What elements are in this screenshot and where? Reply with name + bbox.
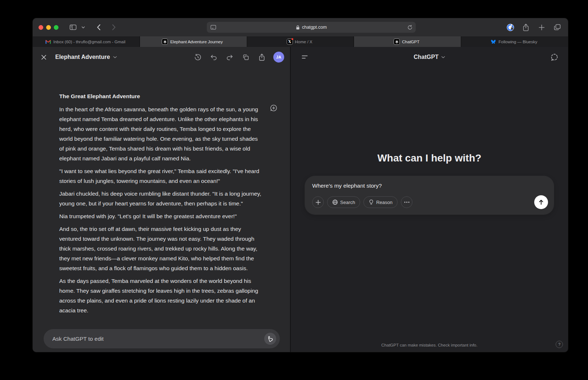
model-switcher[interactable]: ChatGPT: [291, 47, 568, 67]
chatgpt-icon: [162, 39, 168, 44]
composer-actions: Search Reason: [312, 195, 548, 209]
browser-tab[interactable]: Inbox (60) - thruflo@gmail.com - Gmail: [33, 36, 140, 47]
avatar[interactable]: JA: [273, 52, 284, 63]
close-window-button[interactable]: [39, 25, 43, 30]
document[interactable]: The Great Elephant Adventure In the hear…: [33, 67, 270, 318]
chat-composer[interactable]: Where's my elephant story?: [305, 176, 554, 215]
chevron-down-icon: [113, 56, 117, 59]
redo-button[interactable]: [225, 52, 235, 62]
url-text: chatgpt.com: [302, 25, 327, 30]
redo-icon: [226, 54, 233, 60]
sidebar-button[interactable]: [68, 22, 78, 32]
bluesky-icon: [491, 39, 496, 44]
gmail-icon: [45, 40, 51, 44]
page-settings-icon[interactable]: [210, 25, 216, 30]
canvas-panel: Elephant Adventure: [33, 47, 291, 352]
tab-title: Inbox (60) - thruflo@gmail.com - Gmail: [53, 40, 127, 44]
lightbulb-icon: [368, 199, 374, 205]
composer-input[interactable]: Where's my elephant story?: [312, 182, 548, 195]
tab-title: Home / X: [295, 40, 314, 44]
address-bar[interactable]: chatgpt.com: [207, 22, 416, 33]
new-tab-button[interactable]: [536, 22, 547, 32]
chevron-down-icon: [81, 26, 85, 29]
search-button[interactable]: Search: [327, 196, 360, 208]
edit-pencil-icon: [267, 336, 273, 342]
canvas-edit-bar[interactable]: Ask ChatGPT to edit: [44, 329, 280, 348]
story-paragraph: Nia trumpeted with joy. "Let's go! It wi…: [59, 211, 263, 221]
chevron-down-icon: [441, 56, 445, 59]
tab-title: Elephant Adventure Journey: [170, 40, 224, 44]
edit-input[interactable]: Ask ChatGPT to edit: [52, 336, 264, 342]
tab-title: Following — Bluesky: [499, 40, 539, 44]
canvas-actions: JA: [193, 52, 284, 63]
page-content: Elephant Adventure: [33, 47, 568, 352]
zoom-window-button[interactable]: [54, 25, 59, 30]
story-paragraph: "I want to see what lies beyond the grea…: [59, 166, 263, 186]
story-paragraph: In the heart of the African savanna, ben…: [59, 104, 263, 163]
x-icon: 𝕏: [287, 39, 293, 44]
send-button[interactable]: [534, 195, 548, 209]
edit-submit-button[interactable]: [264, 333, 276, 345]
close-icon: [41, 55, 47, 60]
globe-icon: [332, 199, 338, 205]
browser-tab[interactable]: 𝕏 Home / X: [247, 36, 354, 47]
more-options-button[interactable]: [401, 196, 412, 208]
share-icon: [258, 53, 265, 61]
reload-icon: [407, 25, 412, 30]
share-canvas-button[interactable]: [257, 52, 267, 62]
reload-button[interactable]: [407, 25, 412, 30]
temporary-chat-icon: [550, 53, 559, 61]
search-label: Search: [340, 200, 355, 205]
help-button[interactable]: ?: [556, 341, 563, 348]
chatgpt-icon: [394, 39, 399, 44]
forward-button[interactable]: [109, 22, 119, 32]
history-icon: [194, 53, 202, 61]
privacy-extension-button[interactable]: [505, 22, 515, 32]
chat-panel: ChatGPT What can I help with?: [291, 47, 568, 352]
send-arrow-icon: [538, 199, 544, 205]
temporary-chat-button[interactable]: [549, 52, 559, 62]
tab-overview-button[interactable]: [552, 22, 562, 32]
add-comment-button[interactable]: [270, 104, 278, 112]
back-icon: [97, 24, 101, 31]
tab-overview-icon: [554, 24, 561, 31]
notification-dot: [291, 38, 293, 40]
close-canvas-button[interactable]: [39, 52, 49, 62]
browser-tab[interactable]: Following — Bluesky: [461, 36, 568, 47]
toggle-sidebar-button[interactable]: [299, 52, 310, 62]
chat-footer: ChatGPT can make mistakes. Check importa…: [291, 338, 568, 352]
disclaimer-text: ChatGPT can make mistakes. Check importa…: [381, 343, 477, 347]
comment-plus-icon: [270, 104, 278, 112]
copy-icon: [242, 53, 249, 61]
hero-heading: What can I help with?: [291, 152, 568, 164]
canvas-title[interactable]: Elephant Adventure: [55, 54, 117, 60]
traffic-lights: [39, 25, 59, 30]
attach-button[interactable]: [312, 196, 324, 208]
sidebar-menu-button[interactable]: [80, 22, 86, 32]
browser-toolbar: chatgpt.com: [33, 18, 568, 36]
story-paragraph: Jabari chuckled, his deep voice rumbling…: [59, 189, 263, 208]
story-paragraph: And so, the trio set off at dawn, their …: [59, 224, 263, 273]
tab-strip: Inbox (60) - thruflo@gmail.com - Gmail E…: [33, 36, 568, 47]
share-page-button[interactable]: [521, 22, 531, 32]
privacy-icon: [506, 23, 515, 32]
version-history-button[interactable]: [193, 52, 203, 62]
canvas-title-text: Elephant Adventure: [55, 54, 110, 60]
back-button[interactable]: [93, 22, 104, 32]
document-title: The Great Elephant Adventure: [59, 91, 270, 101]
sidebar-toggle-icon: [302, 55, 308, 59]
undo-icon: [210, 54, 217, 60]
chat-title-text: ChatGPT: [414, 54, 438, 60]
undo-button[interactable]: [209, 52, 219, 62]
toolbar-right-cluster: [505, 22, 562, 32]
reason-button[interactable]: Reason: [363, 196, 398, 208]
copy-button[interactable]: [241, 52, 251, 62]
sidebar-icon: [69, 24, 77, 31]
browser-tab[interactable]: ChatGPT: [354, 36, 461, 47]
minimize-window-button[interactable]: [46, 25, 51, 30]
browser-tab[interactable]: Elephant Adventure Journey: [140, 36, 247, 47]
lock-icon: [296, 25, 300, 30]
avatar-initials: JA: [276, 55, 282, 59]
chat-header: ChatGPT: [291, 47, 568, 67]
share-icon: [523, 24, 529, 31]
